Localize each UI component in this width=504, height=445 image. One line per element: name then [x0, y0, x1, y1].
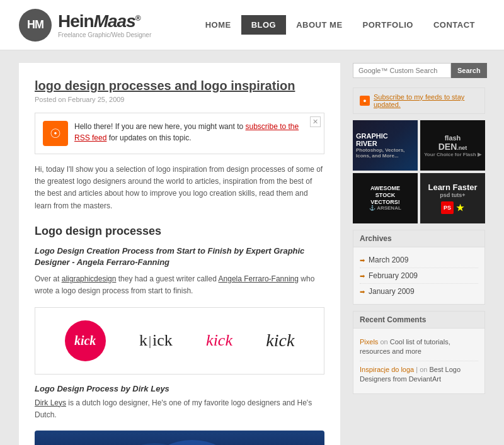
archive-arrow-icon: ➡ — [360, 273, 365, 279]
rss-message: Hello there! If you are new here, you mi… — [74, 121, 316, 144]
recent-comments-header: Recent Comments — [353, 311, 485, 329]
rss-subscribe-box: ☉ Hello there! If you are new here, you … — [35, 113, 324, 154]
dirk-leys-link[interactable]: Dirk Leys — [35, 398, 66, 407]
nav-contact[interactable]: CONTACT — [423, 15, 485, 35]
sidebar: Search ● Subscribe to my feeds to stay u… — [353, 63, 485, 445]
comment-author-1[interactable]: Pixels — [360, 338, 378, 346]
comment-author-2[interactable]: Inspiracje do loga — [360, 366, 414, 373]
kick-logo-3: kick — [206, 331, 232, 350]
star-icon: ★ — [456, 203, 464, 213]
rss-small-icon: ● — [360, 96, 370, 106]
logo-tagline: Freelance Graphic/Web Designer — [58, 31, 151, 38]
bottom-image-container — [35, 431, 324, 445]
para1: Over at aligraphicdesign they had a gues… — [35, 273, 324, 297]
aligraphicdesign-link[interactable]: aligraphicdesign — [62, 274, 117, 283]
rss-subscribe-text: Subscribe to my feeds to stay updated. — [374, 93, 478, 108]
angela-link[interactable]: Angela Ferraro-Fanning — [219, 274, 299, 283]
search-button[interactable]: Search — [451, 63, 487, 78]
svg-point-1 — [154, 440, 230, 445]
recent-comments-list: Pixels on Cool list of tutorials, resour… — [353, 329, 485, 394]
para2: Dirk Leys is a dutch logo designer, He's… — [35, 397, 324, 421]
bottom-svg — [117, 434, 243, 445]
logo-area: HM HeinMaas® Freelance Graphic/Web Desig… — [19, 9, 151, 42]
subsection1-title: Logo Design Creation Process from Start … — [35, 245, 324, 268]
ads-grid: GRAPHICRIVER Photoshop, Vectors, Icons, … — [353, 120, 485, 223]
logo-icon: HM — [19, 9, 52, 42]
section1-title: Logo design processes — [35, 225, 324, 238]
post-title: logo design processes and logo inspirati… — [35, 79, 324, 93]
comment-2: Inspiracje do loga | on Best Logo Design… — [360, 361, 478, 388]
page-body: logo design processes and logo inspirati… — [0, 50, 504, 445]
archive-february-label: February 2009 — [369, 271, 418, 280]
archive-january[interactable]: ➡ January 2009 — [360, 284, 478, 299]
ad-flashden-title: flashDEN.net — [424, 134, 481, 152]
logo-name: HeinMaas® — [58, 11, 151, 31]
archive-arrow-icon: ➡ — [360, 288, 365, 295]
archive-march[interactable]: ➡ March 2009 — [360, 252, 478, 268]
subsection2-title: Logo Design Process by Dirk Leys — [35, 384, 324, 393]
kick-logo-4: kick — [266, 330, 294, 351]
archives-list: ➡ March 2009 ➡ February 2009 ➡ January 2… — [353, 247, 485, 305]
post-date: Posted on February 25, 2009 — [35, 96, 324, 103]
header: HM HeinMaas® Freelance Graphic/Web Desig… — [0, 0, 504, 50]
rss-subscribe-bar[interactable]: ● Subscribe to my feeds to stay updated. — [353, 87, 485, 114]
ad-psdtuts-subtitle: psd tuts+ — [428, 192, 477, 198]
archives-header: Archives — [353, 230, 485, 247]
ad-graphicriver[interactable]: GRAPHICRIVER Photoshop, Vectors, Icons, … — [353, 120, 418, 171]
search-input[interactable] — [353, 63, 451, 78]
ad-graphicriver-subtitle: Photoshop, Vectors, Icons, and More... — [356, 147, 415, 159]
search-bar: Search — [353, 63, 485, 78]
archive-march-label: March 2009 — [369, 256, 408, 264]
psd-badge: PS — [441, 201, 454, 214]
kick-logo-1: kick — [65, 320, 106, 361]
bottom-image — [35, 431, 324, 445]
comment-1: Pixels on Cool list of tutorials, resour… — [360, 334, 478, 361]
nav-blog[interactable]: BLOG — [241, 15, 287, 35]
ad-psdtuts-title: Learn Faster — [428, 183, 477, 192]
rss-close-button[interactable]: ✕ — [310, 116, 321, 127]
post-intro: Hi, today I'll show you a selection of l… — [35, 164, 324, 212]
main-content: logo design processes and logo inspirati… — [19, 63, 340, 445]
logo-text: HeinMaas® Freelance Graphic/Web Designer — [58, 11, 151, 38]
ad-psdtuts[interactable]: Learn Faster psd tuts+ PS ★ — [420, 173, 485, 223]
archive-arrow-icon: ➡ — [360, 257, 365, 264]
kick-logos-image: kick k|ick kick kick — [35, 307, 324, 375]
ad-flashden-subtitle: Your Choice for Flash ▶ — [424, 152, 481, 157]
ad-vectors[interactable]: AWESOMESTOCKVECTORS! ⚓ ARSENAL — [353, 173, 418, 223]
nav-about[interactable]: ABOUT ME — [286, 15, 352, 35]
archive-january-label: January 2009 — [369, 287, 415, 296]
ad-graphicriver-title: GRAPHICRIVER — [356, 132, 415, 147]
ad-flashden[interactable]: flashDEN.net Your Choice for Flash ▶ — [420, 120, 485, 171]
kick-logos-row: kick k|ick kick kick — [42, 314, 318, 368]
main-nav: HOME BLOG ABOUT ME PORTFOLIO CONTACT — [195, 15, 485, 35]
nav-portfolio[interactable]: PORTFOLIO — [353, 15, 423, 35]
kick-logo-2: k|ick — [139, 331, 173, 350]
nav-home[interactable]: HOME — [195, 15, 241, 35]
rss-icon: ☉ — [43, 121, 68, 146]
archive-february[interactable]: ➡ February 2009 — [360, 268, 478, 284]
